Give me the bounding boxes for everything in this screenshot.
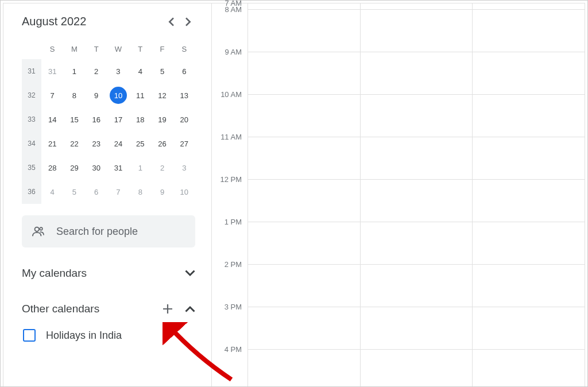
- mini-calendar-day[interactable]: 5: [151, 67, 173, 76]
- week-number: 36: [22, 180, 41, 204]
- dayname: W: [107, 45, 129, 53]
- dayname: S: [173, 45, 195, 53]
- dayname: T: [129, 45, 151, 53]
- mini-calendar-day[interactable]: 2: [151, 164, 173, 172]
- my-calendars-label: My calendars: [22, 267, 87, 280]
- day-column[interactable]: [360, 3, 473, 387]
- mini-calendar-day[interactable]: 7: [107, 188, 129, 196]
- week-grid[interactable]: 7 AM8 AM9 AM10 AM11 AM12 PM1 PM2 PM3 PM4…: [211, 3, 585, 387]
- hour-label: 2 PM: [212, 260, 242, 269]
- week-number: 35: [22, 156, 41, 180]
- calendar-label: Holidays in India: [46, 330, 122, 342]
- dayname: T: [86, 45, 107, 53]
- week-number: 32: [22, 83, 41, 107]
- plus-icon[interactable]: [162, 303, 173, 315]
- mini-calendar-day[interactable]: 6: [86, 188, 107, 196]
- hour-label: 4 PM: [212, 345, 242, 354]
- mini-calendar-row: 3278910111213: [22, 83, 195, 107]
- week-number: 33: [22, 107, 41, 131]
- mini-calendar-day[interactable]: 3: [173, 164, 195, 172]
- month-title: August 2022: [22, 15, 86, 28]
- mini-calendar-day[interactable]: 4: [129, 67, 151, 76]
- mini-calendar-day[interactable]: 2: [86, 67, 107, 76]
- hour-label: 11 AM: [212, 133, 242, 141]
- mini-calendar-day[interactable]: 25: [129, 140, 151, 148]
- dayname: F: [151, 45, 173, 53]
- mini-calendar-day[interactable]: 28: [41, 164, 63, 172]
- mini-calendar-day[interactable]: 16: [86, 115, 107, 124]
- mini-calendar-day[interactable]: 24: [107, 140, 129, 148]
- my-calendars-header[interactable]: My calendars: [22, 267, 195, 280]
- chevron-right-icon[interactable]: [185, 17, 192, 26]
- mini-calendar-day[interactable]: 19: [151, 115, 173, 124]
- hour-label: 8 AM: [212, 5, 242, 14]
- mini-calendar-day[interactable]: 31: [41, 67, 63, 76]
- mini-calendar-day[interactable]: 20: [173, 115, 195, 124]
- dayname: M: [63, 45, 85, 53]
- svg-point-0: [35, 227, 39, 231]
- hour-label: 10 AM: [212, 90, 242, 99]
- chevron-left-icon[interactable]: [168, 17, 175, 26]
- mini-calendar-daynames: S M T W T F S: [22, 38, 195, 59]
- mini-calendar-day[interactable]: 14: [41, 115, 63, 124]
- mini-calendar-row: 3528293031123: [22, 156, 195, 180]
- chevron-up-icon[interactable]: [185, 305, 195, 312]
- day-column[interactable]: [472, 3, 585, 387]
- calendar-item[interactable]: Holidays in India: [23, 329, 195, 342]
- mini-calendar-day[interactable]: 8: [129, 188, 151, 196]
- mini-calendar-day[interactable]: 11: [129, 91, 151, 100]
- day-column[interactable]: [247, 3, 360, 387]
- mini-calendar-day[interactable]: 31: [107, 164, 129, 172]
- svg-point-1: [40, 227, 42, 230]
- mini-calendar-day[interactable]: 22: [63, 140, 85, 148]
- mini-calendar-day[interactable]: 10: [107, 87, 129, 104]
- mini-calendar-day[interactable]: 27: [173, 140, 195, 148]
- mini-calendar-day[interactable]: 3: [107, 67, 129, 76]
- other-calendars-header[interactable]: Other calendars: [22, 303, 195, 315]
- week-number: 34: [22, 131, 41, 156]
- mini-calendar-day[interactable]: 21: [41, 140, 63, 148]
- mini-calendar-day[interactable]: 23: [86, 140, 107, 148]
- mini-calendar-day[interactable]: 13: [173, 91, 195, 100]
- mini-calendar-day[interactable]: 17: [107, 115, 129, 124]
- mini-calendar-day[interactable]: 8: [63, 91, 85, 100]
- mini-calendar-day[interactable]: 10: [173, 188, 195, 196]
- month-nav: [168, 17, 192, 26]
- mini-calendar-day[interactable]: 9: [86, 91, 107, 100]
- mini-calendar-day[interactable]: 29: [63, 164, 85, 172]
- mini-calendar-day[interactable]: 6: [173, 67, 195, 76]
- mini-calendar-row: 3314151617181920: [22, 107, 195, 131]
- day-columns: [247, 3, 585, 387]
- hour-label: 12 PM: [212, 175, 242, 184]
- sidebar: August 2022 S M T W T F S 31311234563278…: [3, 3, 211, 387]
- other-calendars-label: Other calendars: [22, 303, 99, 315]
- week-number: 31: [22, 59, 41, 83]
- mini-calendar-day[interactable]: 26: [151, 140, 173, 148]
- mini-calendar-row: 3131123456: [22, 59, 195, 83]
- hour-label: 9 AM: [212, 48, 242, 56]
- mini-calendar-row: 3421222324252627: [22, 131, 195, 156]
- mini-calendar-day[interactable]: 18: [129, 115, 151, 124]
- calendar-checkbox[interactable]: [23, 329, 36, 342]
- mini-calendar-day[interactable]: 9: [151, 188, 173, 196]
- dayname: S: [41, 45, 63, 53]
- hour-label: 1 PM: [212, 218, 242, 226]
- mini-calendar-day[interactable]: 15: [63, 115, 85, 124]
- mini-calendar-row: 3645678910: [22, 180, 195, 204]
- mini-calendar-day[interactable]: 5: [63, 188, 85, 196]
- hour-label: 3 PM: [212, 303, 242, 311]
- chevron-down-icon[interactable]: [185, 270, 195, 277]
- mini-calendar-day[interactable]: 12: [151, 91, 173, 100]
- search-people-input[interactable]: [56, 226, 185, 238]
- search-people-box[interactable]: [22, 215, 195, 247]
- mini-calendar-header: August 2022: [22, 15, 195, 28]
- mini-calendar-day[interactable]: 4: [41, 188, 63, 196]
- mini-calendar-day[interactable]: 30: [86, 164, 107, 172]
- mini-calendar: S M T W T F S 31311234563278910111213331…: [22, 38, 195, 204]
- mini-calendar-day[interactable]: 1: [63, 67, 85, 76]
- mini-calendar-day[interactable]: 7: [41, 91, 63, 100]
- people-icon: [32, 225, 45, 238]
- mini-calendar-day[interactable]: 1: [129, 164, 151, 172]
